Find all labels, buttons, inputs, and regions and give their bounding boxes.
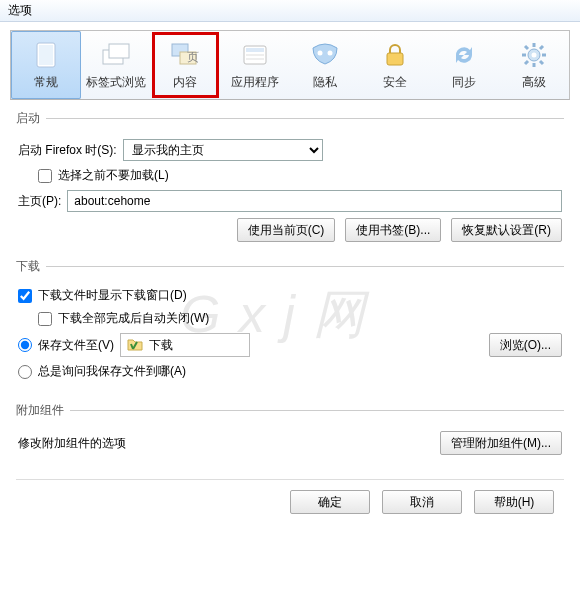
tab-label: 同步 (452, 74, 476, 91)
tabs-icon (99, 40, 133, 70)
download-group: 下载 下载文件时显示下载窗口(D) 下载全部完成后自动关闭(W) 保存文件至(V… (16, 258, 564, 396)
svg-line-23 (540, 46, 543, 49)
noload-label: 选择之前不要加载(L) (58, 167, 169, 184)
svg-point-15 (532, 52, 537, 57)
startup-legend: 启动 (16, 110, 46, 127)
tab-advanced[interactable]: 高级 (499, 31, 569, 99)
sync-icon (447, 40, 481, 70)
tab-privacy[interactable]: 隐私 (290, 31, 360, 99)
homepage-input[interactable] (67, 190, 562, 212)
use-current-button[interactable]: 使用当前页(C) (237, 218, 336, 242)
tab-label: 隐私 (313, 74, 337, 91)
saveto-label: 保存文件至(V) (38, 337, 114, 354)
mask-icon (308, 40, 342, 70)
lock-icon (378, 40, 412, 70)
tab-label: 应用程序 (231, 74, 279, 91)
manage-addons-button[interactable]: 管理附加组件(M)... (440, 431, 562, 455)
homepage-label: 主页(P): (18, 193, 61, 210)
show-dlwin-checkbox[interactable]: 下载文件时显示下载窗口(D) (18, 287, 187, 304)
use-bookmark-button[interactable]: 使用书签(B)... (345, 218, 441, 242)
folder-icon (127, 337, 143, 354)
svg-line-22 (525, 61, 528, 64)
tab-label: 标签式浏览 (86, 74, 146, 91)
cancel-button[interactable]: 取消 (382, 490, 462, 514)
tab-content[interactable]: 页 内容 (151, 31, 221, 99)
tab-label: 常规 (34, 74, 58, 91)
onstart-select[interactable]: 显示我的主页 (123, 139, 323, 161)
tab-security[interactable]: 安全 (360, 31, 430, 99)
ask-label: 总是询问我保存文件到哪(A) (38, 363, 186, 380)
svg-rect-3 (109, 44, 129, 58)
svg-rect-1 (39, 45, 53, 65)
svg-point-12 (327, 50, 332, 55)
svg-rect-13 (387, 53, 403, 65)
tab-tabs[interactable]: 标签式浏览 (81, 31, 151, 99)
svg-rect-8 (246, 48, 264, 52)
content-icon: 页 (168, 40, 202, 70)
tab-label: 内容 (173, 74, 197, 91)
ask-radio-input[interactable] (18, 365, 32, 379)
saveto-radio[interactable]: 保存文件至(V) (18, 337, 114, 354)
addons-desc: 修改附加组件的选项 (18, 435, 126, 452)
noload-checkbox[interactable]: 选择之前不要加载(L) (38, 167, 169, 184)
window-title: 选项 (8, 2, 32, 19)
autoclose-label: 下载全部完成后自动关闭(W) (58, 310, 209, 327)
ask-radio[interactable]: 总是询问我保存文件到哪(A) (18, 363, 186, 380)
tab-applications[interactable]: 应用程序 (220, 31, 290, 99)
general-icon (29, 40, 63, 70)
autoclose-input[interactable] (38, 312, 52, 326)
tab-sync[interactable]: 同步 (430, 31, 500, 99)
svg-line-21 (540, 61, 543, 64)
ok-button[interactable]: 确定 (290, 490, 370, 514)
download-legend: 下载 (16, 258, 46, 275)
addons-legend: 附加组件 (16, 402, 70, 419)
noload-checkbox-input[interactable] (38, 169, 52, 183)
preferences-toolbar: 常规 标签式浏览 页 内容 应用程序 隐私 (10, 30, 570, 100)
tab-label: 安全 (383, 74, 407, 91)
saveto-folder-name: 下载 (149, 337, 173, 354)
gear-icon (517, 40, 551, 70)
saveto-path: 下载 (120, 333, 250, 357)
startup-group: 启动 启动 Firefox 时(S): 显示我的主页 选择之前不要加载(L) 主… (16, 110, 564, 252)
tab-general[interactable]: 常规 (11, 31, 81, 99)
browse-button[interactable]: 浏览(O)... (489, 333, 562, 357)
svg-text:页: 页 (187, 50, 199, 64)
svg-point-11 (317, 50, 322, 55)
help-button[interactable]: 帮助(H) (474, 490, 554, 514)
show-dlwin-label: 下载文件时显示下载窗口(D) (38, 287, 187, 304)
tab-label: 高级 (522, 74, 546, 91)
svg-line-20 (525, 46, 528, 49)
applications-icon (238, 40, 272, 70)
addons-group: 附加组件 修改附加组件的选项 管理附加组件(M)... (16, 402, 564, 471)
restore-default-button[interactable]: 恢复默认设置(R) (451, 218, 562, 242)
saveto-radio-input[interactable] (18, 338, 32, 352)
onstart-label: 启动 Firefox 时(S): (18, 142, 117, 159)
dialog-buttons: 确定 取消 帮助(H) (16, 479, 564, 522)
show-dlwin-input[interactable] (18, 289, 32, 303)
autoclose-checkbox[interactable]: 下载全部完成后自动关闭(W) (38, 310, 209, 327)
